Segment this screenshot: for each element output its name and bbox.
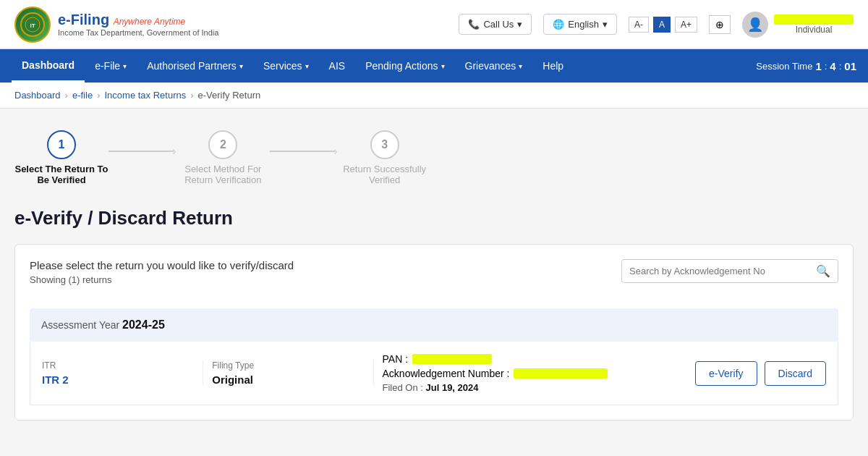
- font-small-button[interactable]: A-: [629, 17, 649, 33]
- pan-masked: [412, 354, 492, 364]
- step-connector-2: ›: [270, 130, 337, 158]
- nav-efile[interactable]: e-File ▾: [85, 49, 137, 83]
- contrast-button[interactable]: ⊕: [709, 15, 731, 34]
- return-row: ITR ITR 2 Filing Type Original PAN : Ack…: [30, 342, 838, 405]
- card-top-row: Please select the return you would like …: [30, 259, 838, 297]
- user-type: Individual: [774, 25, 854, 35]
- step-1-label: Select The Return To Be Verified: [14, 164, 109, 185]
- nav-authorised-partners[interactable]: Authorised Partners ▾: [137, 49, 253, 83]
- filed-on-row: Filed On : Jul 19, 2024: [383, 382, 687, 393]
- phone-icon: 📞: [468, 19, 480, 30]
- nav-ais[interactable]: AIS: [319, 49, 356, 83]
- breadcrumb-efile[interactable]: e-file: [72, 90, 93, 101]
- card-header-text: Please select the return you would like …: [30, 259, 294, 271]
- filing-type-label: Filing Type: [212, 360, 364, 371]
- chevron-down-icon: ▾: [305, 62, 309, 70]
- page-title: e-Verify / Discard Return: [14, 207, 854, 229]
- step-line: [109, 151, 174, 152]
- session-time: Session Time 1 : 4 : 01: [756, 60, 856, 72]
- logo-tagline: Anywhere Anytime: [114, 17, 186, 27]
- nav-dashboard[interactable]: Dashboard: [12, 49, 85, 83]
- session-time-label: Session Time: [756, 61, 812, 72]
- step-line: [270, 151, 335, 152]
- search-input[interactable]: [629, 266, 816, 276]
- user-area: 👤 Individual: [742, 12, 854, 38]
- step-2-circle: 2: [208, 130, 237, 159]
- everify-button[interactable]: e-Verify: [695, 361, 757, 386]
- chevron-down-icon: ▾: [123, 62, 127, 70]
- filed-on-value: Jul 19, 2024: [426, 382, 479, 393]
- ack-row: Acknowledgement Number :: [383, 368, 687, 379]
- filing-type-value: Original: [212, 373, 364, 386]
- step-2-label: Select Method For Return Verification: [176, 164, 270, 185]
- step-3-label: Return Successfully Verified: [338, 164, 432, 185]
- chevron-down-icon: ▾: [441, 62, 445, 70]
- nav-grievances[interactable]: Grievances ▾: [455, 49, 533, 83]
- nav-pending-actions[interactable]: Pending Actions ▾: [355, 49, 454, 83]
- session-minutes: 4: [830, 60, 835, 72]
- logo-area: IT e-Filing Anywhere Anytime Income Tax …: [14, 7, 218, 43]
- assessment-year-block: Assessment Year 2024-25: [30, 308, 838, 342]
- logo-dept: Income Tax Department, Government of Ind…: [58, 28, 218, 37]
- itr-value-link[interactable]: ITR 2: [42, 373, 69, 386]
- discard-button[interactable]: Discard: [765, 361, 826, 386]
- stepper: 1 Select The Return To Be Verified › 2 S…: [14, 130, 854, 185]
- header-right: 📞 Call Us ▾ 🌐 English ▾ A- A A+ ⊕ 👤 Indi…: [459, 12, 854, 38]
- breadcrumb-income-tax-returns[interactable]: Income tax Returns: [104, 90, 186, 101]
- avatar: 👤: [742, 12, 768, 38]
- chevron-down-icon: ▾: [603, 19, 608, 30]
- breadcrumb: Dashboard › e-file › Income tax Returns …: [0, 83, 868, 109]
- font-medium-button[interactable]: A: [653, 17, 671, 33]
- ack-label: Acknowledgement Number :: [383, 368, 510, 379]
- logo-emblem: IT: [14, 7, 51, 43]
- session-hours: 1: [815, 60, 821, 72]
- filing-type-column: Filing Type Original: [203, 360, 373, 386]
- breadcrumb-current: e-Verify Return: [198, 90, 261, 101]
- card-showing: Showing (1) returns: [30, 274, 294, 285]
- itr-label: ITR: [42, 360, 194, 371]
- search-box[interactable]: 🔍: [621, 259, 838, 283]
- nav-help[interactable]: Help: [532, 49, 574, 83]
- session-seconds: 01: [844, 60, 856, 72]
- top-header: IT e-Filing Anywhere Anytime Income Tax …: [0, 0, 868, 49]
- search-icon: 🔍: [816, 264, 830, 278]
- pan-label: PAN :: [383, 353, 409, 365]
- verify-card: Please select the return you would like …: [14, 244, 854, 421]
- nav-services[interactable]: Services ▾: [253, 49, 319, 83]
- itr-column: ITR ITR 2: [42, 360, 203, 386]
- ack-masked: [514, 368, 608, 379]
- return-actions: e-Verify Discard: [695, 361, 826, 386]
- step-2: 2 Select Method For Return Verification: [176, 130, 270, 185]
- font-large-button[interactable]: A+: [675, 17, 697, 33]
- chevron-down-icon: ▾: [517, 19, 522, 30]
- assessment-year-value: 2024-25: [122, 318, 165, 331]
- step-1: 1 Select The Return To Be Verified: [14, 130, 109, 185]
- call-us-button[interactable]: 📞 Call Us ▾: [459, 14, 532, 35]
- chevron-down-icon: ▾: [239, 62, 243, 70]
- main-content: 1 Select The Return To Be Verified › 2 S…: [0, 109, 868, 456]
- pan-row: PAN :: [383, 353, 687, 365]
- step-3: 3 Return Successfully Verified: [338, 130, 432, 185]
- globe-icon: 🌐: [553, 19, 564, 30]
- step-1-circle: 1: [47, 130, 76, 159]
- logo-text: e-Filing Anywhere Anytime Income Tax Dep…: [58, 12, 218, 37]
- step-3-circle: 3: [370, 130, 399, 159]
- user-name-bar: [774, 14, 854, 25]
- svg-text:IT: IT: [30, 22, 35, 29]
- pan-ack-column: PAN : Acknowledgement Number : Filed On …: [374, 353, 696, 393]
- language-button[interactable]: 🌐 English ▾: [543, 14, 617, 35]
- breadcrumb-dashboard[interactable]: Dashboard: [14, 90, 61, 101]
- font-controls: A- A A+: [629, 17, 697, 33]
- step-connector-1: ›: [109, 130, 176, 158]
- nav-bar: Dashboard e-File ▾ Authorised Partners ▾…: [0, 49, 868, 83]
- assessment-year-label: Assessment Year: [41, 319, 119, 331]
- user-info: Individual: [774, 14, 854, 35]
- chevron-down-icon: ▾: [519, 62, 522, 70]
